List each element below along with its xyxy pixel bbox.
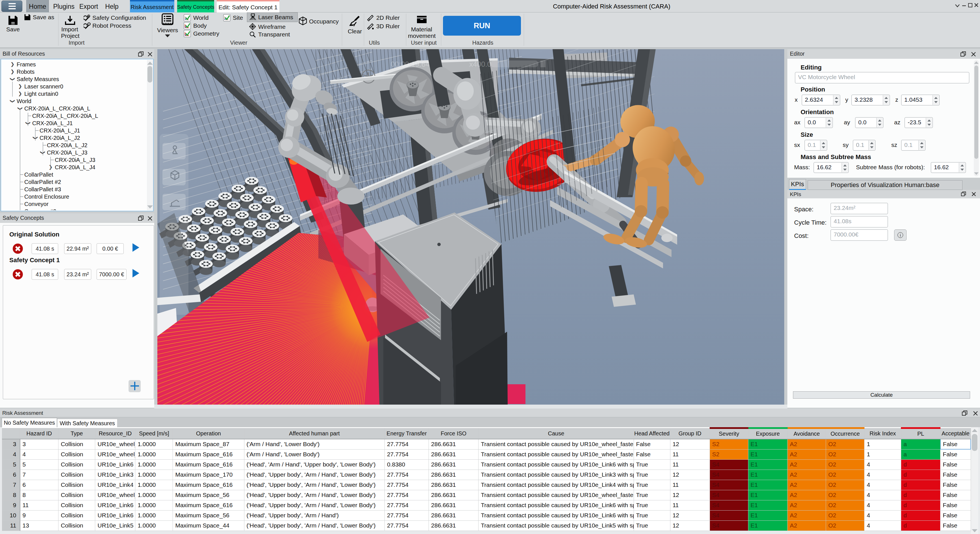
svg-text:x400.0: x400.0 (469, 60, 491, 69)
svg-text:00:00:19.64: 00:00:19.64 (391, 60, 430, 69)
